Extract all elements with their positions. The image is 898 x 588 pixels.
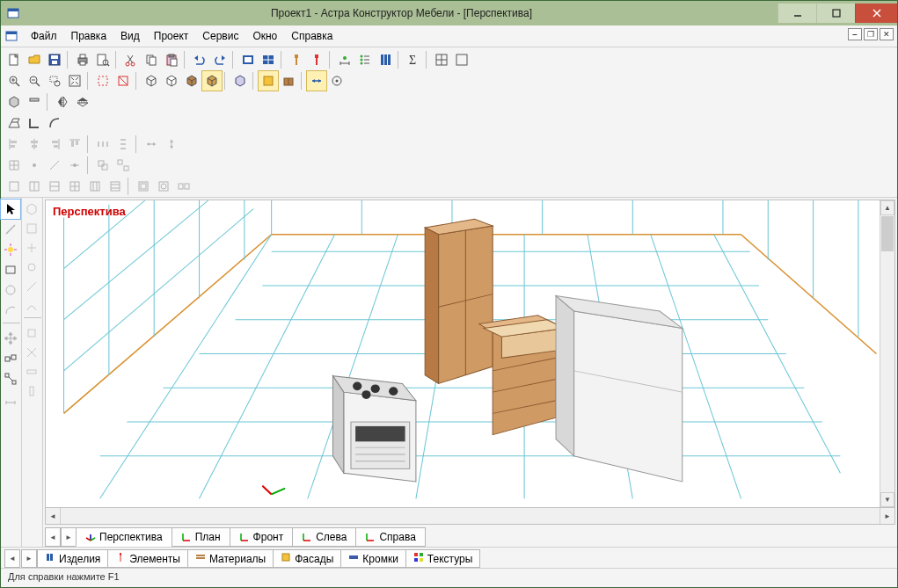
show-model-button[interactable] [238,50,258,69]
snap-edge-button[interactable] [45,156,64,175]
snap-grid-button[interactable] [4,156,24,175]
scroll-right-button[interactable]: ► [880,508,894,524]
show-dimensions-button[interactable] [307,71,326,91]
section-5-button[interactable] [85,177,105,196]
scroll-up-button[interactable]: ▲ [880,200,894,215]
undo-button[interactable] [190,50,209,69]
bottom-tab-elements[interactable]: Элементы [107,549,188,568]
group-tool-button[interactable] [1,349,20,368]
s2-btn-8[interactable] [22,343,41,362]
s2-btn-6[interactable] [22,296,41,316]
new-button[interactable] [4,50,24,69]
bottom-tab-products[interactable]: Изделия [37,549,108,568]
circle-tool-button[interactable] [1,280,20,300]
tree-button[interactable] [355,50,375,69]
snap-mid-button[interactable] [65,156,84,175]
show-items-button[interactable] [259,50,278,69]
sum-button[interactable]: Σ [404,50,423,69]
section-2-button[interactable] [25,177,44,196]
arc-tool-button[interactable] [1,301,20,320]
zoom-out-button[interactable] [25,71,44,91]
menu-edit[interactable]: Правка [64,27,114,45]
zoom-window-button[interactable] [45,71,64,91]
single-view-button[interactable] [452,50,471,69]
view-tab-perspective[interactable]: Перспектива [76,527,172,547]
scroll-down-button[interactable]: ▼ [880,492,894,507]
align-right-button[interactable] [45,134,64,154]
menu-help[interactable]: Справка [284,27,339,45]
show-hardware-button[interactable] [327,71,347,91]
menu-file[interactable]: Файл [24,27,64,45]
bottom-tab-materials[interactable]: Материалы [187,549,274,568]
light-tool-button[interactable] [1,240,20,259]
paste-button[interactable] [162,50,181,69]
menu-service[interactable]: Сервис [195,27,245,45]
section-1-button[interactable] [4,177,24,196]
rect-tool-button[interactable] [1,260,20,279]
show-room-button[interactable] [259,71,278,91]
viewport-3d[interactable]: Перспектива [45,200,895,508]
horizontal-scrollbar[interactable]: ◄ ► [45,508,895,525]
print-preview-button[interactable] [93,50,113,69]
select-cross-button[interactable] [113,71,133,91]
dimensions-button[interactable] [335,50,354,69]
dim-tool-button[interactable] [1,389,20,409]
vertical-scrollbar[interactable]: ▲ ▼ [880,200,894,507]
bottom-tab-textures[interactable]: Текстуры [405,549,481,568]
bottom-tab-facades[interactable]: Фасады [273,549,341,568]
s2-btn-7[interactable] [22,323,41,343]
section-8-button[interactable] [154,177,173,196]
vtab-next-button[interactable]: ► [61,527,77,547]
copy-button[interactable] [142,50,161,69]
menu-view[interactable]: Вид [113,27,147,45]
line-tool-button[interactable] [1,220,20,239]
snap-point-button[interactable] [25,156,44,175]
s2-btn-5[interactable] [22,277,41,296]
btab-next-button[interactable]: ► [21,549,37,568]
profile-button[interactable] [25,113,44,133]
distribute-v-button[interactable] [113,134,133,154]
move-tool-button[interactable] [1,329,20,348]
group-button[interactable] [93,156,113,175]
s2-btn-9[interactable] [22,362,41,381]
cut-button[interactable] [121,50,141,69]
menu-window[interactable]: Окно [245,27,284,45]
distribute-h-button[interactable] [93,134,113,154]
align-left-button[interactable] [4,134,24,154]
view-tab-front[interactable]: Фронт [230,527,294,547]
section-9-button[interactable] [174,177,193,196]
textured-button[interactable] [202,71,222,91]
view-tab-right[interactable]: Справа [355,527,425,547]
shaded-button[interactable] [182,71,201,91]
save-button[interactable] [45,50,64,69]
print-button[interactable] [73,50,92,69]
btab-prev-button[interactable]: ◄ [4,549,20,568]
mdi-minimize-button[interactable]: ‒ [848,28,862,40]
views-layout-button[interactable] [432,50,451,69]
section-6-button[interactable] [106,177,125,196]
transparent-button[interactable] [230,71,250,91]
mirror-v-button[interactable] [53,92,72,112]
s2-btn-4[interactable] [22,258,41,277]
vtab-prev-button[interactable]: ◄ [45,527,61,547]
bottom-tab-edges[interactable]: Кромки [340,549,406,568]
view-tab-plan[interactable]: План [172,527,230,547]
add-box-button[interactable] [4,92,24,112]
close-button[interactable] [855,4,897,23]
section-7-button[interactable] [134,177,153,196]
wireframe-button[interactable] [142,71,161,91]
align-center-h-button[interactable] [25,134,44,154]
s2-btn-10[interactable] [22,381,41,401]
gap-v-button[interactable] [162,134,181,154]
s2-btn-1[interactable] [22,200,41,219]
section-4-button[interactable] [65,177,84,196]
menu-project[interactable]: Проект [147,27,196,45]
bom-button[interactable] [376,50,395,69]
select-frame-button[interactable] [93,71,113,91]
gap-h-button[interactable] [142,134,161,154]
curve-button[interactable] [45,113,64,133]
minimize-button[interactable] [778,4,816,23]
scroll-left-button[interactable]: ◄ [46,508,61,524]
mirror-h-button[interactable] [73,92,92,112]
hardware-button[interactable] [287,50,306,69]
